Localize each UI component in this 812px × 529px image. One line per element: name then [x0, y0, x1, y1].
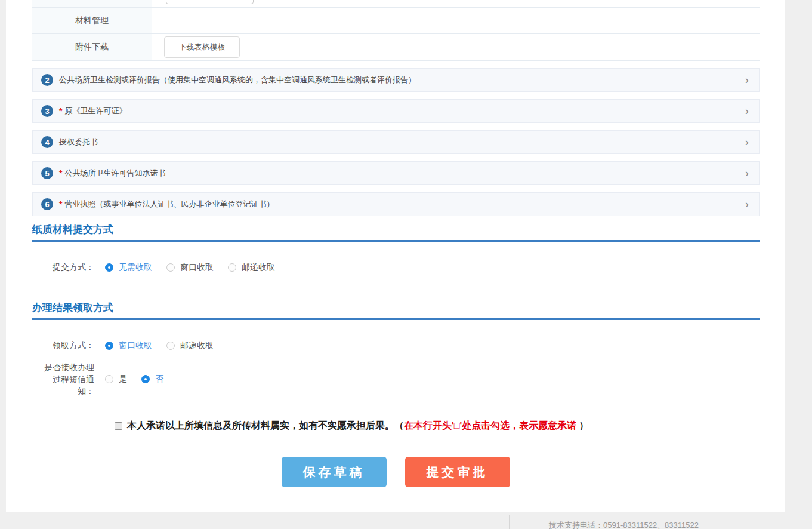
- number-badge: 6: [41, 198, 53, 210]
- result-pickup-section-title: 办理结果领取方式: [32, 302, 760, 320]
- radio-icon: [166, 342, 175, 350]
- attachment-title: 授权委托书: [59, 137, 98, 147]
- sms-notify-label: 是否接收办理过程短信通知：: [32, 361, 94, 397]
- radio-label: 否: [155, 374, 163, 385]
- radio-label: 是: [119, 374, 127, 385]
- commitment-text-warning: 在本行开头'□'处点击勾选，表示愿意承诺: [404, 420, 576, 430]
- commitment-row: 本人承诺以上所填信息及所传材料属实，如有不实愿承担后果。（在本行开头'□'处点击…: [115, 420, 589, 432]
- required-asterisk: *: [59, 168, 62, 178]
- sms-notify-options: 是 否: [105, 374, 163, 385]
- commitment-text-close: ）: [576, 420, 588, 430]
- table-content-cell: [152, 0, 760, 7]
- chevron-right-icon: ›: [745, 168, 749, 179]
- radio-selected-icon: [105, 263, 113, 272]
- commitment-text: 本人承诺以上所填信息及所传材料属实，如有不实愿承担后果。（在本行开头'□'处点击…: [127, 420, 589, 432]
- number-badge: 3: [41, 105, 53, 117]
- submit-method-label: 提交方式：: [32, 262, 94, 273]
- submit-approval-button[interactable]: 提交审批: [405, 457, 510, 487]
- save-draft-button[interactable]: 保存草稿: [282, 457, 387, 487]
- pickup-method-options: 窗口收取 邮递收取: [105, 340, 214, 351]
- required-asterisk: *: [59, 199, 62, 209]
- submit-method-options: 无需收取 窗口收取 邮递收取: [105, 262, 275, 273]
- table-row: 材料管理: [32, 8, 760, 34]
- radio-label: 邮递收取: [180, 340, 214, 351]
- table-label-cell: [32, 0, 152, 7]
- radio-selected-icon: [141, 375, 150, 383]
- number-badge: 5: [41, 167, 53, 179]
- chevron-right-icon: ›: [745, 199, 749, 210]
- chevron-right-icon: ›: [745, 75, 749, 85]
- table-content-cell: [152, 8, 760, 33]
- download-template-button[interactable]: 下载表格模板: [164, 36, 240, 58]
- attachment-title: 公共场所卫生检测或评价报告（使用集中空调通风系统的，含集中空调通风系统卫生检测或…: [59, 75, 416, 85]
- footer-divider: [509, 515, 510, 529]
- attachment-item-5[interactable]: 5 * 公共场所卫生许可告知承诺书 ›: [32, 161, 760, 185]
- chevron-right-icon: ›: [745, 137, 749, 147]
- page: 材料管理 附件下载 下载表格模板 2 公共场所卫生检测或评价报告（使用集中空调通…: [0, 0, 812, 529]
- footer-support-phone: 技术支持电话：0591-83311522、83311522: [549, 520, 699, 529]
- table-row: 附件下载 下载表格模板: [32, 34, 760, 61]
- radio-window-pickup[interactable]: 窗口收取: [105, 340, 152, 351]
- table-row-cutoff: [32, 0, 760, 8]
- table-content-cell: 下载表格模板: [152, 34, 760, 60]
- sms-notify-row: 是否接收办理过程短信通知： 是 否: [32, 361, 163, 397]
- radio-no[interactable]: 否: [141, 374, 163, 385]
- action-buttons: 保存草稿 提交审批: [6, 457, 785, 487]
- radio-yes[interactable]: 是: [105, 374, 127, 385]
- attachment-title: 原《卫生许可证》: [64, 106, 126, 116]
- radio-icon: [166, 263, 175, 272]
- radio-icon: [105, 375, 113, 383]
- attachment-item-6[interactable]: 6 * 营业执照（或事业单位法人证书、民办非企业单位登记证书） ›: [32, 192, 760, 216]
- radio-label: 窗口收取: [180, 262, 214, 273]
- attachment-item-4[interactable]: 4 授权委托书 ›: [32, 130, 760, 154]
- pickup-method-label: 领取方式：: [32, 340, 94, 351]
- material-manage-label: 材料管理: [32, 8, 152, 33]
- radio-window-collect[interactable]: 窗口收取: [166, 262, 214, 273]
- attachment-item-3[interactable]: 3 * 原《卫生许可证》 ›: [32, 99, 760, 123]
- pickup-method-row: 领取方式： 窗口收取 邮递收取: [32, 337, 214, 354]
- radio-label: 窗口收取: [119, 340, 152, 351]
- radio-selected-icon: [105, 342, 113, 350]
- radio-label: 邮递收取: [242, 262, 275, 273]
- required-asterisk: *: [59, 106, 62, 116]
- radio-mail-pickup[interactable]: 邮递收取: [166, 340, 214, 351]
- chevron-right-icon: ›: [745, 106, 749, 116]
- radio-label: 无需收取: [119, 262, 152, 273]
- commitment-checkbox[interactable]: [115, 422, 122, 430]
- attachment-download-label: 附件下载: [32, 34, 152, 60]
- material-table: 材料管理 附件下载 下载表格模板: [32, 0, 760, 61]
- attachment-item-2[interactable]: 2 公共场所卫生检测或评价报告（使用集中空调通风系统的，含集中空调通风系统卫生检…: [32, 68, 760, 92]
- number-badge: 2: [41, 74, 53, 86]
- commitment-text-main: 本人承诺以上所填信息及所传材料属实，如有不实愿承担后果。（: [127, 420, 404, 430]
- number-badge: 4: [41, 136, 53, 148]
- submit-method-row: 提交方式： 无需收取 窗口收取 邮递收取: [32, 259, 275, 276]
- paper-submit-section-title: 纸质材料提交方式: [32, 224, 760, 242]
- radio-mail-collect[interactable]: 邮递收取: [228, 262, 275, 273]
- radio-no-collect[interactable]: 无需收取: [105, 262, 152, 273]
- attachment-title: 营业执照（或事业单位法人证书、民办非企业单位登记证书）: [64, 199, 274, 210]
- attachment-title: 公共场所卫生许可告知承诺书: [64, 168, 165, 179]
- radio-icon: [228, 263, 236, 272]
